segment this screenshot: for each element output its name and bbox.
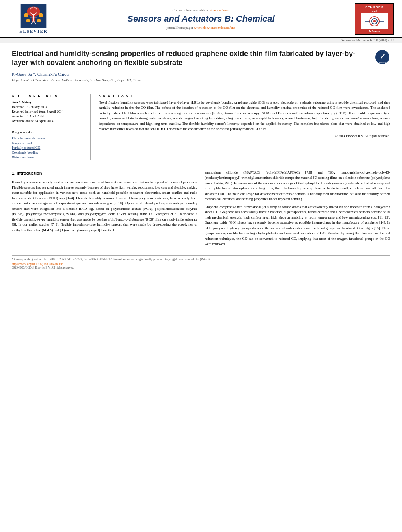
abstract-text: Novel flexible humidity sensors were fab… [99, 100, 390, 132]
body-col-left: 1. Introduction Humidity sensors are wid… [12, 170, 197, 249]
elsevier-brand-text: ELSEVIER [19, 29, 48, 33]
svg-point-5 [26, 19, 30, 22]
keyword-3: Partially reduced GO [12, 146, 84, 150]
article-metadata-section: A R T I C L E I N F O Article history: R… [12, 90, 390, 160]
svg-point-4 [39, 13, 43, 17]
journal-header: ELSEVIER Contents lists available at Sci… [0, 0, 402, 38]
svg-point-6 [37, 19, 41, 22]
copyright: © 2014 Elsevier B.V. All rights reserved… [99, 134, 390, 138]
accepted-date: Accepted 11 April 2014 [12, 114, 84, 118]
section-divider [12, 166, 390, 166]
intro-paragraph-1: Humidity sensors are widely used in meas… [12, 180, 197, 233]
corresponding-author-note: * Corresponding author. Tel.: +886 2 286… [12, 258, 390, 261]
journal-homepage: journal homepage: www.elsevier.com/locat… [67, 26, 335, 30]
intro-paragraph-3: Graphene comprises a two-dimensional (2D… [205, 204, 390, 247]
keywords-section: Keywords: Flexible humidity sensor Graph… [12, 127, 84, 159]
received-date: Received 19 January 2014 [12, 105, 84, 109]
sensors-logo-text: SENSORSand [365, 6, 383, 13]
article-history-heading: Article history: [12, 100, 84, 104]
svg-point-15 [373, 20, 376, 22]
footer: * Corresponding author. Tel.: +886 2 286… [0, 256, 402, 271]
affiliation: Department of Chemistry, Chinese Culture… [12, 78, 368, 82]
elsevier-logo: ELSEVIER [8, 4, 59, 33]
page: ELSEVIER Contents lists available at Sci… [0, 0, 402, 532]
authors: Pi-Guey Su *, Chuang-Fu Chiou [12, 72, 368, 76]
doi-line: http://dx.doi.org/10.1016/j.snb.2014.04.… [12, 262, 390, 266]
sensors-logo-area: SENSORSand AcTuators [343, 3, 394, 35]
article-title: Electrical and humidity-sensing properti… [12, 49, 368, 68]
keywords-heading: Keywords: [12, 130, 84, 134]
section1-heading: 1. Introduction [12, 170, 197, 177]
keyword-2: Graphene oxide [12, 141, 84, 145]
revised-date: Received in revised form 3 April 2014 [12, 109, 84, 113]
elsevier-logo-area: ELSEVIER [8, 4, 59, 33]
elsevier-tree-icon [20, 4, 47, 28]
svg-text:✓: ✓ [380, 53, 385, 61]
article-info-heading: A R T I C L E I N F O [12, 94, 84, 98]
citation-text: Sensors and Actuators B 200 (2014) 9–18 [341, 39, 394, 42]
intro-paragraph-2: ammonium chloride (MAPTAC) (poly-MMA/MAP… [205, 170, 390, 202]
content-wrapper: Electrical and humidity-sensing properti… [0, 43, 402, 255]
keyword-4: Covalently bonding [12, 150, 84, 154]
article-info-column: A R T I C L E I N F O Article history: R… [12, 94, 91, 160]
sensors-logo-image [361, 13, 388, 29]
article-title-section: Electrical and humidity-sensing properti… [12, 49, 390, 86]
sciencedirect-line: Contents lists available at ScienceDirec… [67, 8, 335, 12]
homepage-link[interactable]: www.elsevier.com/locate/snb [194, 26, 235, 30]
sciencedirect-link[interactable]: ScienceDirect [210, 8, 229, 12]
journal-header-center: Contents lists available at ScienceDirec… [59, 8, 343, 30]
article-info-bar: Sensors and Actuators B 200 (2014) 9–18 [0, 38, 402, 43]
doi-link[interactable]: http://dx.doi.org/10.1016/j.snb.2014.04.… [12, 262, 63, 266]
journal-title: Sensors and Actuators B: Chemical [67, 14, 335, 24]
crossmark-logo-icon: ✓ CrossMark [374, 49, 390, 65]
body-col-right: ammonium chloride (MAPTAC) (poly-MMA/MAP… [205, 170, 390, 249]
abstract-heading: A B S T R A C T [99, 94, 390, 98]
issn-line: 0925-4005/© 2014 Elsevier B.V. All right… [12, 266, 390, 269]
sensors-logo-graphic [363, 15, 386, 28]
keyword-5: Water resistance [12, 155, 84, 159]
svg-point-3 [24, 13, 28, 17]
sensors-logo-bottom: AcTuators [368, 30, 380, 32]
svg-text:CrossMark: CrossMark [378, 61, 387, 64]
available-date: Available online 24 April 2014 [12, 119, 84, 123]
article-title-area: Electrical and humidity-sensing properti… [12, 49, 368, 86]
body-section: 1. Introduction Humidity sensors are wid… [12, 170, 390, 249]
sensors-actuators-logo: SENSORSand AcTuators [355, 3, 394, 35]
keyword-1: Flexible humidity sensor [12, 136, 84, 140]
abstract-column: A B S T R A C T Novel flexible humidity … [99, 94, 390, 160]
